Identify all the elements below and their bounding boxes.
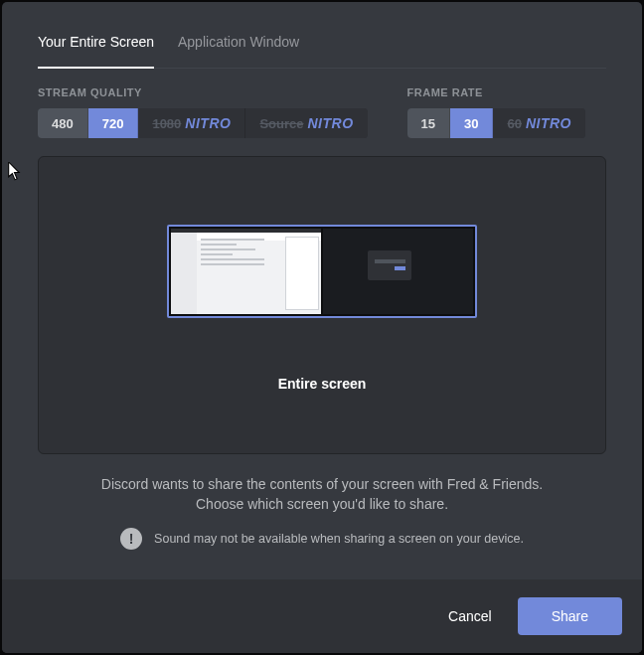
share-button[interactable]: Share (518, 597, 622, 635)
option-row: STREAM QUALITY 480 720 1080 NITRO Source… (38, 86, 606, 138)
modal-body: Your Entire Screen Application Window ST… (2, 2, 642, 579)
sound-warning-row: ! Sound may not be available when sharin… (38, 528, 606, 550)
tab-application-window[interactable]: Application Window (178, 22, 299, 68)
stream-quality-group: STREAM QUALITY 480 720 1080 NITRO Source… (38, 86, 368, 138)
cancel-button[interactable]: Cancel (430, 598, 510, 634)
warning-icon: ! (120, 528, 142, 550)
quality-source-nitro[interactable]: Source NITRO (245, 108, 367, 138)
fps-60-text: 60 (507, 116, 521, 131)
thumbnail-left-window (171, 229, 321, 314)
tab-entire-screen[interactable]: Your Entire Screen (38, 22, 154, 68)
fps-30[interactable]: 30 (450, 108, 493, 138)
thumbnail-right-window (323, 229, 473, 314)
screen-preview-card[interactable]: Entire screen (38, 156, 606, 454)
modal-footer: Cancel Share (2, 579, 642, 653)
frame-rate-group: FRAME RATE 15 30 60 NITRO (407, 86, 585, 138)
share-source-tabs: Your Entire Screen Application Window (38, 22, 606, 69)
info-line-2: Choose which screen you'd like to share. (196, 496, 448, 512)
preview-label: Entire screen (278, 376, 367, 392)
nitro-icon: NITRO (526, 115, 571, 131)
fps-15[interactable]: 15 (407, 108, 450, 138)
sound-warning-text: Sound may not be available when sharing … (154, 532, 524, 546)
stream-quality-segmented: 480 720 1080 NITRO Source NITRO (38, 108, 368, 138)
stream-quality-label: STREAM QUALITY (38, 86, 368, 98)
info-line-1: Discord wants to share the contents of y… (101, 476, 543, 492)
screen-thumbnail (167, 225, 477, 318)
info-text: Discord wants to share the contents of y… (38, 474, 606, 514)
quality-720[interactable]: 720 (88, 108, 139, 138)
quality-1080-text: 1080 (152, 116, 181, 131)
fps-60-nitro[interactable]: 60 NITRO (493, 108, 585, 138)
nitro-icon: NITRO (185, 115, 231, 131)
thumbnail-content (171, 229, 473, 314)
quality-1080-nitro[interactable]: 1080 NITRO (138, 108, 245, 138)
frame-rate-segmented: 15 30 60 NITRO (407, 108, 585, 138)
screen-share-modal: Your Entire Screen Application Window ST… (2, 2, 642, 653)
quality-source-text: Source (259, 116, 303, 131)
quality-480[interactable]: 480 (38, 108, 88, 138)
frame-rate-label: FRAME RATE (407, 86, 585, 98)
nitro-icon: NITRO (307, 115, 353, 131)
